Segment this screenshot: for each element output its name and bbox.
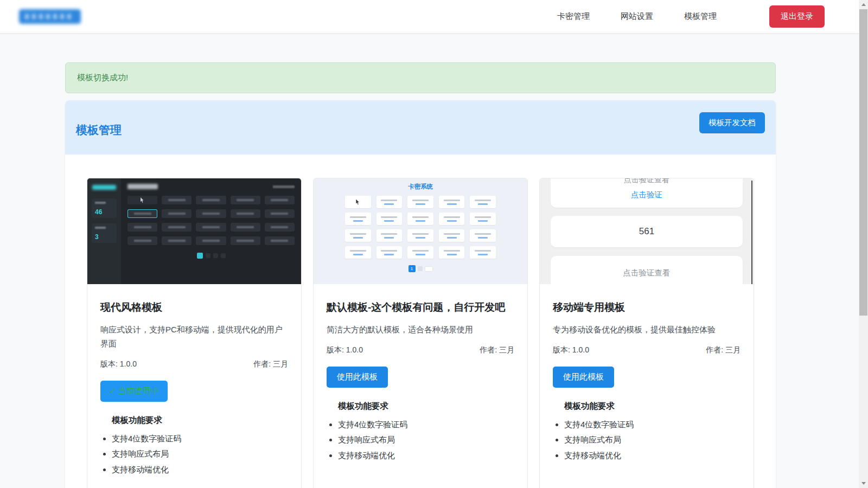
template-preview-modern: 46 3: [87, 178, 301, 284]
preview-tile: [470, 246, 496, 259]
template-features: 模板功能要求 支持4位数字验证码 支持响应式布局 支持移动端优化: [327, 401, 514, 463]
preview-page-dot: [418, 266, 423, 271]
logout-button[interactable]: 退出登录: [769, 5, 825, 28]
preview-tile: [470, 196, 496, 208]
preview-tile: [231, 223, 260, 232]
preview-tile: [162, 196, 192, 204]
preview-modern-pagination: [127, 253, 295, 259]
preview-tile: [196, 223, 226, 232]
nav-links: 卡密管理 网站设置 模板管理 退出登录: [557, 5, 825, 28]
template-description: 简洁大方的默认模板，适合各种场景使用: [327, 323, 514, 337]
app-logo-blurred[interactable]: [19, 9, 81, 24]
preview-system-title: 卡密系统: [314, 183, 527, 191]
feature-item: 支持响应式布局: [112, 447, 288, 461]
template-docs-button[interactable]: 模板开发文档: [699, 112, 765, 133]
feature-item: 支持移动端优化: [338, 448, 514, 463]
template-version: 版本: 1.0.0: [327, 345, 363, 355]
preview-stat-label-blur: [95, 227, 106, 229]
top-navbar: 卡密管理 网站设置 模板管理 退出登录: [0, 0, 868, 34]
preview-stat-label-blur: [95, 202, 106, 204]
feature-item: 支持响应式布局: [564, 433, 741, 447]
preview-tile: [439, 196, 465, 208]
preview-page-dot: [425, 266, 433, 272]
preview-tile: [439, 229, 465, 242]
preview-tile: [407, 229, 433, 242]
nav-link-site-settings[interactable]: 网站设置: [621, 11, 653, 22]
template-meta: 版本: 1.0.0 作者: 三月: [100, 359, 288, 369]
template-preview-mobile: 点击验证查看 点击验证 561 点击验证查看: [540, 178, 754, 284]
current-template-button[interactable]: ✓ 当前使用中: [100, 381, 168, 402]
preview-tile: [439, 246, 465, 259]
preview-header: [127, 184, 295, 189]
preview-stat-card: 3: [92, 223, 117, 243]
template-card-mobile: 点击验证查看 点击验证 561 点击验证查看 移动端专用模板 专为移: [539, 178, 754, 488]
scrollbar-down-arrow[interactable]: [859, 479, 868, 488]
template-card-default: 卡密系统 1 默认模板-这个模板有问题，自行开发吧 简洁大方的默认模板，适合各种…: [313, 178, 528, 488]
scrollbar-thumb[interactable]: [859, 9, 867, 316]
feature-item: 支持4位数字验证码: [564, 418, 741, 432]
preview-stat-value: 46: [95, 208, 102, 216]
preview-tile: [407, 246, 433, 259]
nav-link-card-management[interactable]: 卡密管理: [557, 11, 590, 22]
features-list: 支持4位数字验证码 支持响应式布局 支持移动端优化: [100, 432, 288, 477]
preview-tile: [127, 196, 157, 204]
panel-body: 46 3: [65, 155, 776, 488]
panel-header: 模板管理 模板开发文档: [65, 100, 776, 155]
preview-tile: [127, 236, 157, 245]
preview-inner-scrollbar[interactable]: [751, 181, 752, 284]
scrollbar-up-arrow[interactable]: [859, 0, 868, 9]
preview-default-pagination: 1: [314, 265, 527, 272]
preview-tile: [345, 213, 371, 225]
template-title: 默认模板-这个模板有问题，自行开发吧: [327, 300, 514, 314]
preview-tile: [127, 223, 157, 232]
feature-item: 支持移动端优化: [564, 448, 741, 463]
use-template-button[interactable]: 使用此模板: [327, 367, 388, 388]
template-card-body: 现代风格模板 响应式设计，支持PC和移动端，提供现代化的用户界面 版本: 1.0…: [87, 284, 301, 488]
features-title: 模板功能要求: [338, 401, 514, 412]
cursor-icon: [141, 197, 144, 203]
preview-verify-link[interactable]: 点击验证: [551, 190, 743, 200]
preview-tile: [265, 223, 295, 232]
preview-sidebar: 46 3: [87, 178, 121, 284]
preview-tile: [439, 213, 465, 225]
preview-tile: [231, 209, 260, 218]
preview-tile: [470, 213, 496, 225]
feature-item: 支持4位数字验证码: [338, 418, 514, 432]
template-management-panel: 模板管理 模板开发文档 46: [65, 100, 776, 488]
preview-tile: [470, 229, 496, 242]
preview-tile: [376, 246, 403, 259]
preview-stat-card: 46: [92, 198, 117, 218]
preview-tile: [265, 196, 295, 204]
feature-item: 支持移动端优化: [112, 463, 288, 477]
feature-item: 支持4位数字验证码: [112, 432, 288, 446]
features-list: 支持4位数字验证码 支持响应式布局 支持移动端优化: [553, 418, 741, 463]
template-card-body: 默认模板-这个模板有问题，自行开发吧 简洁大方的默认模板，适合各种场景使用 版本…: [314, 284, 527, 477]
preview-tile: [345, 229, 371, 242]
preview-tile: [127, 209, 157, 218]
page-title: 模板管理: [76, 123, 122, 138]
preview-code-card: 561: [551, 216, 743, 247]
preview-tile: [196, 196, 226, 204]
preview-tile: [376, 229, 403, 242]
preview-tile: [345, 246, 371, 259]
nav-link-template-management[interactable]: 模板管理: [684, 11, 717, 22]
preview-tile: [231, 236, 260, 245]
preview-verify-card: 点击验证查看 点击验证: [551, 178, 743, 208]
use-template-button[interactable]: 使用此模板: [553, 367, 614, 388]
preview-tile: [265, 209, 295, 218]
main-content: 模板切换成功! 模板管理 模板开发文档 46: [0, 34, 868, 488]
template-meta: 版本: 1.0.0 作者: 三月: [327, 345, 514, 355]
template-card-body: 移动端专用模板 专为移动设备优化的模板，提供最佳触控体验 版本: 1.0.0 作…: [540, 284, 754, 477]
template-description: 专为移动设备优化的模板，提供最佳触控体验: [553, 323, 741, 337]
feature-item: 支持响应式布局: [338, 433, 514, 447]
preview-tile: [162, 236, 192, 245]
template-features: 模板功能要求 支持4位数字验证码 支持响应式布局 支持移动端优化: [553, 401, 741, 463]
preview-stat-value: 3: [95, 233, 99, 241]
template-card-modern: 46 3: [87, 178, 302, 488]
preview-verify-label-2: 点击验证查看: [623, 268, 671, 277]
browser-scrollbar[interactable]: [859, 0, 868, 488]
template-version: 版本: 1.0.0: [553, 345, 589, 355]
template-features: 模板功能要求 支持4位数字验证码 支持响应式布局 支持移动端优化: [100, 415, 288, 477]
template-author: 作者: 三月: [480, 345, 514, 355]
template-description: 响应式设计，支持PC和移动端，提供现代化的用户界面: [100, 323, 288, 351]
